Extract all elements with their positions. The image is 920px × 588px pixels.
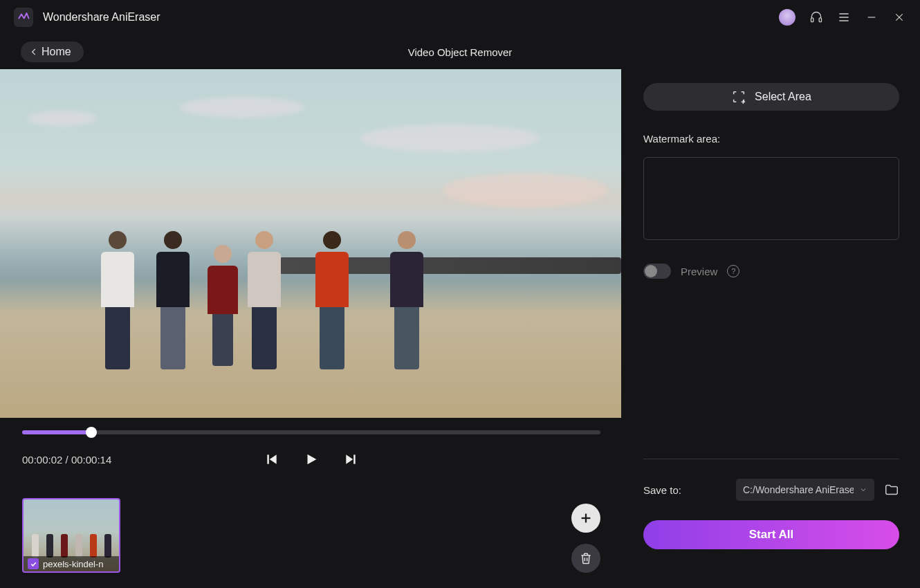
playback-controls: 00:00:02 / 00:00:14 bbox=[0, 418, 623, 469]
thumb-checkbox[interactable] bbox=[28, 558, 39, 569]
saveto-label: Save to: bbox=[643, 484, 681, 496]
app-logo bbox=[14, 8, 33, 27]
time-display: 00:00:02 / 00:00:14 bbox=[22, 454, 111, 466]
right-pane: Select Area Watermark area: Preview ? Sa… bbox=[623, 69, 920, 588]
avatar[interactable] bbox=[779, 9, 795, 26]
preview-toggle[interactable] bbox=[643, 264, 671, 279]
app-title: Wondershare AniEraser bbox=[43, 11, 160, 24]
start-label: Start All bbox=[749, 528, 794, 542]
seek-bar[interactable] bbox=[22, 430, 600, 434]
headset-icon[interactable] bbox=[809, 10, 823, 24]
delete-button[interactable] bbox=[571, 544, 600, 573]
thumbs-row: pexels-kindel-n bbox=[0, 498, 623, 573]
video-thumbnail[interactable]: pexels-kindel-n bbox=[22, 498, 120, 573]
thumb-filename: pexels-kindel-n bbox=[43, 559, 103, 569]
start-all-button[interactable]: Start All bbox=[643, 520, 899, 549]
back-label: Home bbox=[42, 46, 71, 58]
add-button[interactable] bbox=[571, 504, 600, 533]
svg-marker-9 bbox=[270, 454, 277, 463]
next-button[interactable] bbox=[344, 452, 358, 467]
help-icon[interactable]: ? bbox=[727, 265, 739, 277]
thumb-label: pexels-kindel-n bbox=[24, 556, 119, 571]
svg-rect-0 bbox=[811, 18, 813, 22]
saveto-row: Save to: C:/Wondershare AniEraser/V bbox=[643, 479, 899, 501]
chevron-down-icon bbox=[859, 486, 867, 494]
titlebar: Wondershare AniEraser bbox=[0, 0, 920, 35]
subheader: Home Video Object Remover bbox=[0, 35, 920, 69]
titlebar-right bbox=[779, 9, 906, 26]
watermark-area-box bbox=[643, 157, 899, 240]
hamburger-icon[interactable] bbox=[837, 10, 851, 24]
svg-rect-8 bbox=[267, 454, 269, 463]
page-title: Video Object Remover bbox=[408, 46, 513, 58]
save-path-select[interactable]: C:/Wondershare AniEraser/V bbox=[736, 479, 874, 501]
video-preview[interactable] bbox=[0, 69, 621, 418]
select-area-label: Select Area bbox=[755, 91, 811, 103]
svg-marker-10 bbox=[308, 454, 317, 465]
save-path-text: C:/Wondershare AniEraser/V bbox=[743, 484, 854, 495]
svg-marker-11 bbox=[346, 454, 353, 463]
svg-rect-1 bbox=[819, 18, 821, 22]
preview-label: Preview bbox=[681, 266, 717, 277]
watermark-area-label: Watermark area: bbox=[643, 133, 899, 145]
close-icon[interactable] bbox=[892, 10, 906, 24]
preview-row: Preview ? bbox=[643, 264, 899, 279]
prev-button[interactable] bbox=[265, 452, 279, 467]
left-pane: 00:00:02 / 00:00:14 bbox=[0, 69, 623, 588]
back-home-button[interactable]: Home bbox=[21, 42, 84, 62]
divider bbox=[643, 459, 899, 459]
open-folder-button[interactable] bbox=[884, 482, 899, 497]
minimize-icon[interactable] bbox=[865, 10, 878, 24]
seek-thumb[interactable] bbox=[86, 427, 97, 438]
select-area-button[interactable]: Select Area bbox=[643, 83, 899, 111]
play-button[interactable] bbox=[304, 452, 319, 467]
svg-rect-12 bbox=[353, 454, 356, 463]
titlebar-left: Wondershare AniEraser bbox=[14, 8, 160, 27]
main: 00:00:02 / 00:00:14 bbox=[0, 69, 920, 588]
